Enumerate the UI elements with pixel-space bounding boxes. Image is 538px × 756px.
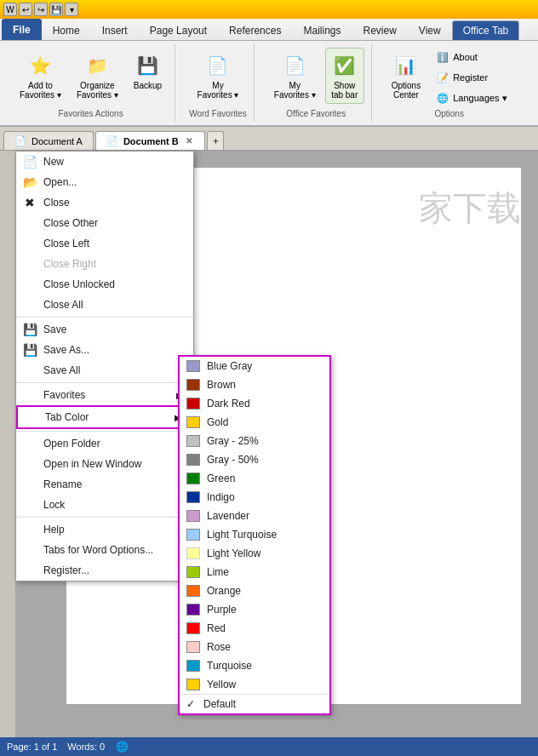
color-swatch-orange <box>186 585 200 597</box>
tab-home[interactable]: Home <box>42 20 91 40</box>
color-item-rose[interactable]: Rose <box>180 638 329 656</box>
color-item-lime[interactable]: Lime <box>180 563 329 581</box>
menu-item-close-other[interactable]: Close Other <box>16 213 193 233</box>
menu-item-close-all[interactable]: Close All <box>16 295 193 315</box>
color-label-dark-red: Dark Red <box>207 398 250 410</box>
color-swatch-indigo <box>186 491 200 503</box>
menu-item-save[interactable]: 💾 Save <box>16 319 193 340</box>
languages-icon: 🌐 <box>436 91 449 105</box>
color-swatch-rose <box>186 641 200 653</box>
languages-button[interactable]: 🌐 Languages ▾ <box>430 89 513 107</box>
content-area: 家下载 📄 New 📂 Open... ✖ Close Close Other … <box>0 151 538 747</box>
color-label-default: Default <box>203 698 236 710</box>
doc-tab-b-close[interactable]: ✕ <box>184 136 194 146</box>
color-item-default[interactable]: ✓ Default <box>180 694 329 713</box>
color-item-turquoise[interactable]: Turquoise <box>180 656 329 675</box>
status-page: Page: 1 of 1 <box>7 742 57 752</box>
save-quick-icon[interactable]: 💾 <box>49 3 63 16</box>
menu-item-tab-color[interactable]: Tab Color ▶ <box>16 405 193 429</box>
menu-item-save-as[interactable]: 💾 Save As... <box>16 340 193 360</box>
options-buttons: 📊 OptionsCenter ℹ️ About 📝 Register 🌐 La… <box>386 48 513 107</box>
save-as-icon: 💾 <box>21 343 38 357</box>
color-item-yellow[interactable]: Yellow <box>180 675 329 694</box>
color-label-turquoise: Turquoise <box>207 660 252 672</box>
color-item-purple[interactable]: Purple <box>180 600 329 619</box>
new-tab-icon: ＋ <box>211 135 220 147</box>
tab-view[interactable]: View <box>408 20 452 40</box>
color-item-blue-gray[interactable]: Blue Gray <box>180 357 329 375</box>
menu-item-open[interactable]: 📂 Open... <box>16 172 193 192</box>
menu-item-close-unlocked[interactable]: Close Unlocked <box>16 274 193 295</box>
tab-references[interactable]: References <box>218 20 292 40</box>
color-item-lavender[interactable]: Lavender <box>180 507 329 525</box>
color-submenu: Blue Gray Brown Dark Red Gold Gray - 25%… <box>178 355 331 715</box>
color-item-red[interactable]: Red <box>180 619 329 638</box>
menu-item-close[interactable]: ✖ Close <box>16 192 193 213</box>
menu-item-open-folder[interactable]: Open Folder <box>16 433 193 454</box>
color-item-light-yellow[interactable]: Light Yellow <box>180 544 329 563</box>
color-item-dark-red[interactable]: Dark Red <box>180 394 329 413</box>
color-item-gray-25[interactable]: Gray - 25% <box>180 432 329 450</box>
ribbon-group-office-favorites: 📄 MyFavorites ▾ ✅ Showtab bar Office Fav… <box>261 44 372 122</box>
tab-insert[interactable]: Insert <box>91 20 139 40</box>
options-center-button[interactable]: 📊 OptionsCenter <box>386 48 426 104</box>
menu-item-save-all[interactable]: Save All <box>16 360 193 381</box>
separator-1 <box>16 317 193 318</box>
save-icon: 💾 <box>21 323 38 336</box>
tab-review[interactable]: Review <box>352 20 407 40</box>
menu-item-tabs-options[interactable]: Tabs for Word Options... <box>16 540 193 560</box>
doc-tab-b-label: Document B <box>123 136 179 146</box>
context-menu: 📄 New 📂 Open... ✖ Close Close Other Clos… <box>15 151 194 581</box>
color-item-gold[interactable]: Gold <box>180 413 329 432</box>
show-tab-bar-button[interactable]: ✅ Showtab bar <box>325 48 364 104</box>
add-to-favorites-button[interactable]: ⭐ Add toFavorites ▾ <box>14 48 67 104</box>
menu-item-open-new-window[interactable]: Open in New Window <box>16 454 193 474</box>
color-item-gray-50[interactable]: Gray - 50% <box>180 450 329 469</box>
office-favorites-group-label: Office Favorites <box>286 109 346 118</box>
about-button[interactable]: ℹ️ About <box>430 48 513 66</box>
color-item-indigo[interactable]: Indigo <box>180 488 329 507</box>
backup-button[interactable]: 💾 Backup <box>128 48 168 94</box>
new-tab-button[interactable]: ＋ <box>207 131 224 150</box>
doc-tab-b-icon: 📄 <box>106 135 118 146</box>
open-icon: 📂 <box>21 175 38 189</box>
ribbon-area: ⭐ Add toFavorites ▾ 📁 OrganizeFavorites … <box>0 41 538 127</box>
register-button[interactable]: 📝 Register <box>430 68 513 87</box>
color-label-gray-50: Gray - 50% <box>207 454 259 466</box>
my-favorites-word-button[interactable]: 📄 MyFavorites ▾ <box>192 48 245 104</box>
undo-icon[interactable]: ↩ <box>19 3 32 16</box>
color-item-orange[interactable]: Orange <box>180 581 329 600</box>
doc-tab-document-b[interactable]: 📄 Document B ✕ <box>95 131 205 150</box>
word-icon[interactable]: W <box>3 3 17 16</box>
menu-item-help[interactable]: Help <box>16 519 193 540</box>
color-swatch-gray-50 <box>186 454 200 466</box>
menu-item-favorites[interactable]: Favorites ▶ <box>16 385 193 405</box>
color-item-green[interactable]: Green <box>180 469 329 488</box>
color-item-light-turquoise[interactable]: Light Turquoise <box>180 525 329 544</box>
customize-icon[interactable]: ▾ <box>65 3 78 16</box>
organize-favorites-button[interactable]: 📁 OrganizeFavorites ▾ <box>71 48 124 104</box>
close-icon: ✖ <box>21 196 38 209</box>
redo-icon[interactable]: ↪ <box>34 3 48 16</box>
options-small-group: ℹ️ About 📝 Register 🌐 Languages ▾ <box>430 48 513 107</box>
color-item-brown[interactable]: Brown <box>180 375 329 394</box>
tab-office-tab[interactable]: Office Tab <box>452 20 520 40</box>
color-swatch-lavender <box>186 510 200 522</box>
menu-item-lock[interactable]: Lock <box>16 495 193 515</box>
separator-4 <box>16 517 193 518</box>
ribbon-group-options: 📊 OptionsCenter ℹ️ About 📝 Register 🌐 La… <box>379 44 520 122</box>
doc-tab-document-a[interactable]: 📄 Document A <box>3 131 94 150</box>
my-favorites-office-button[interactable]: 📄 MyFavorites ▾ <box>268 48 322 104</box>
status-language-icon[interactable]: 🌐 <box>115 740 129 753</box>
color-swatch-brown <box>186 379 200 391</box>
menu-item-new[interactable]: 📄 New <box>16 152 193 172</box>
tab-page-layout[interactable]: Page Layout <box>139 20 218 40</box>
menu-item-rename[interactable]: Rename <box>16 474 193 495</box>
menu-item-register[interactable]: Register... <box>16 560 193 581</box>
status-words: Words: 0 <box>67 742 105 752</box>
tab-mailings[interactable]: Mailings <box>292 20 352 40</box>
tab-file[interactable]: File <box>2 19 42 40</box>
menu-item-close-right: Close Right <box>16 254 193 274</box>
organize-favorites-label: OrganizeFavorites ▾ <box>77 81 118 100</box>
menu-item-close-left[interactable]: Close Left <box>16 233 193 254</box>
